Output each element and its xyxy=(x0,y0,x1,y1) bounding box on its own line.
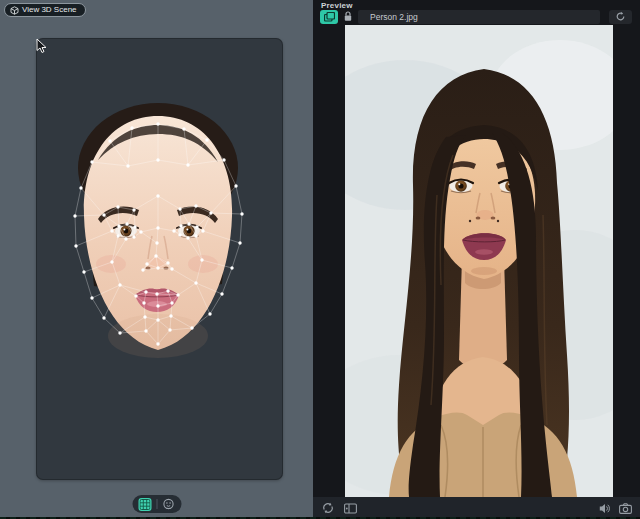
lock-button[interactable] xyxy=(341,10,355,24)
refresh-icon xyxy=(615,11,626,22)
portrait-art xyxy=(345,25,613,497)
face-art xyxy=(36,38,283,480)
bottom-bar-right-group xyxy=(598,502,632,515)
panel-swap-icon xyxy=(344,503,357,514)
lock-icon xyxy=(343,11,353,22)
image-source-button[interactable] xyxy=(320,10,338,24)
image-source-icon xyxy=(324,12,335,22)
face-tracking-icon xyxy=(163,498,175,510)
face-view-button[interactable] xyxy=(162,498,175,511)
3d-scene-icon xyxy=(10,6,19,15)
view-3d-scene-button[interactable]: View 3D Scene xyxy=(4,3,86,17)
snapshot-button[interactable] xyxy=(619,502,632,515)
speaker-button[interactable] xyxy=(598,502,611,515)
speaker-icon xyxy=(599,503,611,514)
preview-photo xyxy=(345,25,613,497)
scene-panel: View 3D Scene xyxy=(0,0,313,519)
view-3d-scene-label: View 3D Scene xyxy=(22,4,77,16)
refresh-button[interactable] xyxy=(609,10,632,24)
mesh-grid-icon xyxy=(139,499,150,510)
face-tracking-stage[interactable] xyxy=(36,38,283,480)
preview-bottom-bar xyxy=(313,497,640,519)
mesh-view-button[interactable] xyxy=(138,498,151,511)
toggle-divider xyxy=(156,499,157,509)
view-mode-toggle xyxy=(132,495,181,513)
sync-button[interactable] xyxy=(321,502,334,515)
preview-toolbar: Person 2.jpg xyxy=(320,9,633,24)
file-tab[interactable]: Person 2.jpg xyxy=(358,10,600,24)
app-window: View 3D Scene Preview xyxy=(0,0,640,519)
bottom-bar-left-group xyxy=(321,502,357,515)
panel-swap-button[interactable] xyxy=(344,502,357,515)
file-tab-label: Person 2.jpg xyxy=(370,12,418,22)
preview-panel: Preview Person 2.jpg xyxy=(313,0,640,519)
mouse-cursor xyxy=(36,38,48,54)
sync-icon xyxy=(322,502,334,514)
snapshot-icon xyxy=(619,503,632,514)
